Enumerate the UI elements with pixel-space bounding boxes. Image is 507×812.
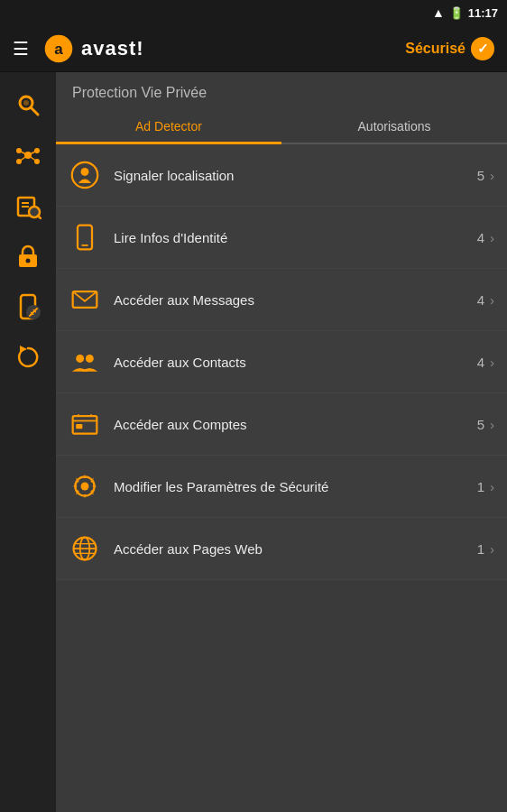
chevron-right-icon: › <box>490 355 494 370</box>
accounts-icon <box>69 408 101 440</box>
secure-check-icon: ✓ <box>471 37 494 60</box>
svg-line-16 <box>38 216 41 219</box>
list-item[interactable]: Lire Infos d'Identité 4 › <box>56 207 507 269</box>
settings-icon <box>69 470 101 503</box>
chevron-right-icon: › <box>490 292 494 308</box>
list-item-count: 5 <box>477 168 484 183</box>
privacy-icon <box>14 293 41 320</box>
sidebar-item-search[interactable] <box>5 81 51 128</box>
status-time: 11:17 <box>468 6 498 20</box>
list-item-right: 4 › <box>477 230 494 245</box>
svg-marker-27 <box>20 346 27 353</box>
list-item-count: 4 <box>477 292 484 308</box>
list-item-right: 1 › <box>477 479 494 494</box>
list-item-count: 1 <box>477 541 484 557</box>
svg-line-3 <box>31 107 38 115</box>
chevron-right-icon: › <box>490 230 494 245</box>
sidebar-item-update[interactable] <box>5 334 51 381</box>
top-bar: ☰ a avast! Sécurisé ✓ <box>0 25 507 72</box>
list-item-label: Lire Infos d'Identité <box>114 230 477 245</box>
list-item-label: Accéder aux Pages Web <box>114 541 477 557</box>
list-item[interactable]: Accéder aux Contacts 4 › <box>56 331 507 393</box>
svg-point-4 <box>23 100 29 106</box>
list-item[interactable]: Signaler localisation 5 › <box>56 144 507 207</box>
sidebar-item-lock[interactable] <box>5 233 51 280</box>
page-title: Protection Vie Privée <box>72 85 207 100</box>
tab-ad-detector[interactable]: Ad Detector <box>56 110 281 143</box>
list-item-label: Accéder aux Comptes <box>114 417 477 432</box>
list-item-count: 4 <box>477 230 484 245</box>
sidebar-item-privacy[interactable] <box>5 283 51 330</box>
list-item-right: 5 › <box>477 417 494 432</box>
status-bar: ▲ 🔋 11:17 <box>0 0 507 25</box>
secure-badge: Sécurisé ✓ <box>405 37 494 60</box>
svg-text:a: a <box>54 40 63 57</box>
avast-logo-text: avast! <box>81 37 144 60</box>
status-icons: ▲ 🔋 11:17 <box>432 5 498 20</box>
web-icon <box>69 532 101 565</box>
list-item[interactable]: Modifier les Paramètres de Sécurité 1 › <box>56 456 507 518</box>
list-item-label: Accéder aux Messages <box>114 292 477 308</box>
list-item-count: 5 <box>477 417 484 432</box>
svg-point-34 <box>86 355 94 363</box>
svg-point-40 <box>81 483 89 491</box>
content-area: Protection Vie Privée Ad Detector Autori… <box>56 72 507 812</box>
wifi-icon: ▲ <box>432 5 445 20</box>
list-item[interactable]: Accéder aux Comptes 5 › <box>56 393 507 456</box>
tab-bar: Ad Detector Autorisations <box>56 110 507 144</box>
main-layout: Protection Vie Privée Ad Detector Autori… <box>0 72 507 812</box>
avast-logo: ☰ a avast! <box>13 33 144 64</box>
list-item-count: 1 <box>477 479 484 494</box>
chevron-right-icon: › <box>490 417 494 432</box>
list-item-right: 5 › <box>477 168 494 183</box>
svg-point-20 <box>26 259 31 263</box>
content-header: Protection Vie Privée <box>56 72 507 110</box>
list-item-right: 4 › <box>477 292 494 308</box>
update-icon <box>14 344 41 371</box>
list-item-right: 1 › <box>477 541 494 557</box>
sidebar-item-scan[interactable] <box>5 182 51 229</box>
list-item-label: Accéder aux Contacts <box>114 355 477 370</box>
chevron-right-icon: › <box>490 168 494 183</box>
svg-point-29 <box>81 168 89 176</box>
list-item-label: Signaler localisation <box>114 168 477 183</box>
list-item[interactable]: Accéder aux Messages 4 › <box>56 269 507 331</box>
avast-logo-svg: a <box>43 33 74 64</box>
list-item-right: 4 › <box>477 355 494 370</box>
scan-icon <box>14 192 41 219</box>
phone-icon <box>69 221 101 254</box>
chevron-right-icon: › <box>490 479 494 494</box>
tab-autorisations[interactable]: Autorisations <box>281 110 507 143</box>
list-item-label: Modifier les Paramètres de Sécurité <box>114 479 477 494</box>
chevron-right-icon: › <box>490 541 494 557</box>
permission-list: Signaler localisation 5 › Lire Infos d'I… <box>56 144 507 812</box>
network-icon <box>14 142 41 169</box>
svg-point-33 <box>76 355 84 363</box>
sidebar <box>0 72 56 812</box>
hamburger-icon[interactable]: ☰ <box>13 38 29 60</box>
lock-icon <box>14 243 41 270</box>
location-icon <box>69 159 101 191</box>
list-item[interactable]: Accéder aux Pages Web 1 › <box>56 518 507 580</box>
list-item-count: 4 <box>477 355 484 370</box>
sidebar-item-network[interactable] <box>5 132 51 179</box>
battery-icon: 🔋 <box>449 6 464 20</box>
message-icon <box>69 283 101 316</box>
search-icon <box>14 91 41 118</box>
svg-rect-39 <box>76 424 82 429</box>
contacts-icon <box>69 346 101 378</box>
secure-label: Sécurisé <box>405 41 466 57</box>
